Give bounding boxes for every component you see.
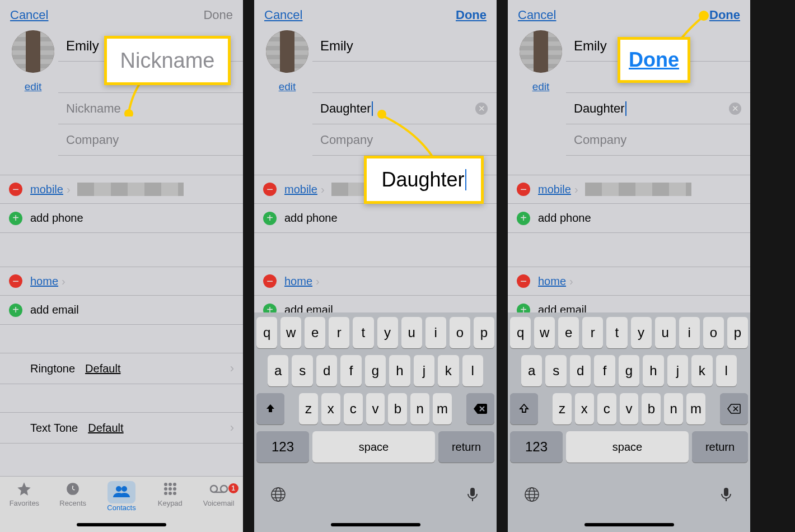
key-u[interactable]: u — [655, 317, 676, 348]
key-o[interactable]: o — [450, 317, 470, 348]
email-label-link[interactable]: home — [30, 275, 58, 288]
add-phone-row[interactable]: + add phone — [508, 204, 750, 233]
avatar[interactable] — [520, 30, 562, 73]
email-home-row[interactable]: − home › — [508, 267, 750, 296]
key-u[interactable]: u — [401, 317, 422, 348]
add-icon[interactable]: + — [263, 212, 277, 225]
globe-icon[interactable] — [523, 486, 540, 505]
email-label-link[interactable]: home — [538, 275, 566, 288]
numbers-key[interactable]: 123 — [256, 431, 309, 463]
key-i[interactable]: i — [679, 317, 700, 348]
add-icon[interactable]: + — [517, 212, 530, 225]
key-f[interactable]: f — [594, 355, 615, 386]
key-l[interactable]: l — [462, 355, 483, 386]
key-k[interactable]: k — [691, 355, 712, 386]
tab-contacts[interactable]: Contacts — [99, 481, 144, 512]
clear-icon[interactable]: ✕ — [729, 102, 741, 115]
nickname-field[interactable]: Nickname — [58, 93, 243, 124]
phone-mobile-row[interactable]: − mobile › — [0, 175, 243, 204]
key-w[interactable]: w — [534, 317, 555, 348]
key-c[interactable]: c — [344, 393, 363, 424]
key-c[interactable]: c — [597, 393, 616, 424]
remove-icon[interactable]: − — [9, 183, 22, 196]
key-a[interactable]: a — [268, 355, 288, 386]
company-field[interactable]: Company — [566, 124, 750, 156]
edit-photo-button[interactable]: edit — [532, 81, 550, 93]
return-key[interactable]: return — [438, 431, 494, 463]
key-m[interactable]: m — [433, 393, 452, 424]
phone-label-link[interactable]: mobile — [284, 183, 317, 196]
key-a[interactable]: a — [521, 355, 542, 386]
key-z[interactable]: z — [553, 393, 572, 424]
phone-mobile-row[interactable]: − mobile › — [508, 175, 750, 204]
cancel-button[interactable]: Cancel — [264, 8, 302, 22]
key-q[interactable]: q — [256, 317, 277, 348]
email-home-row[interactable]: − home › — [254, 267, 497, 296]
key-l[interactable]: l — [716, 355, 737, 386]
key-g[interactable]: g — [365, 355, 386, 386]
backspace-key[interactable] — [466, 393, 494, 424]
avatar[interactable] — [12, 30, 54, 73]
cancel-button[interactable]: Cancel — [518, 8, 556, 22]
add-icon[interactable]: + — [9, 304, 22, 317]
key-z[interactable]: z — [299, 393, 318, 424]
key-d[interactable]: d — [570, 355, 591, 386]
key-w[interactable]: w — [280, 317, 301, 348]
key-n[interactable]: n — [410, 393, 429, 424]
key-s[interactable]: s — [545, 355, 566, 386]
key-h[interactable]: h — [643, 355, 663, 386]
key-y[interactable]: y — [377, 317, 398, 348]
ringtone-row[interactable]: Ringtone Default › — [0, 353, 243, 384]
key-x[interactable]: x — [321, 393, 340, 424]
numbers-key[interactable]: 123 — [510, 431, 563, 463]
first-name-field[interactable]: Emily — [312, 30, 497, 62]
space-key[interactable]: space — [312, 431, 435, 463]
last-name-field[interactable]: . — [312, 62, 497, 93]
nickname-field[interactable]: Daughter ✕ — [566, 93, 750, 124]
key-y[interactable]: y — [631, 317, 652, 348]
cancel-button[interactable]: Cancel — [10, 8, 48, 22]
tab-recents[interactable]: Recents — [50, 481, 96, 507]
key-x[interactable]: x — [575, 393, 594, 424]
company-field[interactable]: Company — [58, 124, 243, 156]
backspace-key[interactable] — [720, 393, 748, 424]
add-phone-row[interactable]: + add phone — [0, 204, 243, 233]
key-q[interactable]: q — [510, 317, 531, 348]
tab-voicemail[interactable]: Voicemail 1 — [196, 481, 242, 507]
key-n[interactable]: n — [664, 393, 683, 424]
avatar[interactable] — [266, 30, 308, 73]
space-key[interactable]: space — [566, 431, 689, 463]
globe-icon[interactable] — [270, 486, 287, 505]
email-label-link[interactable]: home — [284, 275, 312, 288]
key-f[interactable]: f — [340, 355, 361, 386]
key-p[interactable]: p — [474, 317, 494, 348]
tab-keypad[interactable]: Keypad — [147, 481, 193, 507]
key-i[interactable]: i — [425, 317, 446, 348]
home-indicator[interactable] — [584, 523, 674, 526]
key-j[interactable]: j — [414, 355, 434, 386]
key-h[interactable]: h — [389, 355, 410, 386]
key-k[interactable]: k — [438, 355, 459, 386]
add-icon[interactable]: + — [9, 212, 22, 225]
key-j[interactable]: j — [667, 355, 688, 386]
home-indicator[interactable] — [331, 523, 420, 526]
phone-label-link[interactable]: mobile — [538, 183, 571, 196]
edit-photo-button[interactable]: edit — [25, 81, 42, 93]
key-d[interactable]: d — [316, 355, 337, 386]
key-v[interactable]: v — [620, 393, 639, 424]
key-p[interactable]: p — [727, 317, 748, 348]
clear-icon[interactable]: ✕ — [475, 102, 488, 115]
key-g[interactable]: g — [619, 355, 639, 386]
nickname-field[interactable]: Daughter ✕ — [312, 93, 497, 124]
done-button[interactable]: Done — [709, 8, 740, 22]
remove-icon[interactable]: − — [517, 183, 530, 196]
key-m[interactable]: m — [686, 393, 705, 424]
shift-key[interactable] — [256, 393, 284, 424]
key-v[interactable]: v — [366, 393, 385, 424]
tab-favorites[interactable]: Favorites — [1, 481, 47, 507]
key-t[interactable]: t — [606, 317, 627, 348]
remove-icon[interactable]: − — [263, 274, 277, 288]
done-button[interactable]: Done — [456, 8, 487, 22]
return-key[interactable]: return — [692, 431, 748, 463]
key-e[interactable]: e — [305, 317, 325, 348]
